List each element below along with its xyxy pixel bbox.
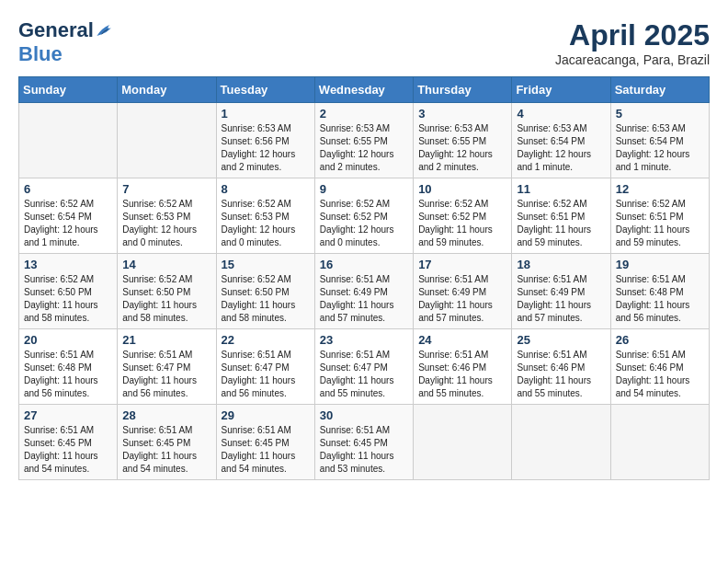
calendar-cell: 4Sunrise: 6:53 AM Sunset: 6:54 PM Daylig… [512, 103, 610, 178]
calendar-cell: 16Sunrise: 6:51 AM Sunset: 6:49 PM Dayli… [314, 254, 413, 329]
calendar-cell [118, 103, 216, 178]
day-number: 28 [122, 408, 210, 422]
day-number: 19 [616, 258, 704, 271]
day-number: 27 [24, 408, 112, 422]
calendar-cell: 1Sunrise: 6:53 AM Sunset: 6:56 PM Daylig… [216, 103, 314, 178]
header-friday: Friday [512, 77, 610, 103]
day-info: Sunrise: 6:53 AM Sunset: 6:54 PM Dayligh… [616, 122, 704, 174]
header-sunday: Sunday [19, 77, 118, 103]
day-number: 2 [320, 107, 408, 121]
day-number: 6 [24, 182, 112, 196]
day-number: 12 [616, 182, 704, 196]
calendar-cell: 2Sunrise: 6:53 AM Sunset: 6:55 PM Daylig… [314, 103, 413, 178]
title-area: April 2025 Jacareacanga, Para, Brazil [555, 18, 710, 67]
day-info: Sunrise: 6:52 AM Sunset: 6:50 PM Dayligh… [222, 273, 310, 325]
day-info: Sunrise: 6:51 AM Sunset: 6:45 PM Dayligh… [320, 424, 408, 476]
day-info: Sunrise: 6:51 AM Sunset: 6:48 PM Dayligh… [616, 273, 704, 325]
header-wednesday: Wednesday [314, 77, 413, 103]
calendar-week-2: 6Sunrise: 6:52 AM Sunset: 6:54 PM Daylig… [19, 178, 710, 254]
calendar-cell: 8Sunrise: 6:52 AM Sunset: 6:53 PM Daylig… [216, 178, 314, 254]
day-number: 11 [517, 182, 605, 196]
calendar-cell [414, 405, 512, 480]
calendar-cell: 28Sunrise: 6:51 AM Sunset: 6:45 PM Dayli… [118, 405, 216, 480]
subtitle: Jacareacanga, Para, Brazil [555, 52, 710, 67]
calendar-week-4: 20Sunrise: 6:51 AM Sunset: 6:48 PM Dayli… [19, 329, 710, 405]
day-number: 26 [616, 333, 704, 347]
calendar-cell: 23Sunrise: 6:51 AM Sunset: 6:47 PM Dayli… [314, 329, 413, 405]
logo-bird-icon [94, 21, 116, 40]
calendar-cell: 12Sunrise: 6:52 AM Sunset: 6:51 PM Dayli… [610, 178, 709, 254]
day-info: Sunrise: 6:52 AM Sunset: 6:52 PM Dayligh… [320, 198, 408, 249]
calendar-cell: 21Sunrise: 6:51 AM Sunset: 6:47 PM Dayli… [118, 329, 216, 405]
calendar-cell: 9Sunrise: 6:52 AM Sunset: 6:52 PM Daylig… [314, 178, 413, 254]
header-thursday: Thursday [414, 77, 512, 103]
day-info: Sunrise: 6:53 AM Sunset: 6:56 PM Dayligh… [222, 122, 310, 174]
calendar-cell: 18Sunrise: 6:51 AM Sunset: 6:49 PM Dayli… [512, 254, 610, 329]
day-info: Sunrise: 6:51 AM Sunset: 6:46 PM Dayligh… [517, 349, 605, 400]
day-info: Sunrise: 6:51 AM Sunset: 6:46 PM Dayligh… [616, 349, 704, 400]
calendar-cell: 20Sunrise: 6:51 AM Sunset: 6:48 PM Dayli… [19, 329, 118, 405]
day-info: Sunrise: 6:51 AM Sunset: 6:49 PM Dayligh… [418, 273, 506, 325]
calendar-cell: 26Sunrise: 6:51 AM Sunset: 6:46 PM Dayli… [610, 329, 709, 405]
day-number: 1 [222, 107, 310, 121]
day-info: Sunrise: 6:52 AM Sunset: 6:53 PM Dayligh… [122, 198, 210, 249]
calendar-cell [610, 405, 709, 480]
day-number: 7 [122, 182, 210, 196]
calendar-cell: 10Sunrise: 6:52 AM Sunset: 6:52 PM Dayli… [414, 178, 512, 254]
calendar-cell: 17Sunrise: 6:51 AM Sunset: 6:49 PM Dayli… [414, 254, 512, 329]
day-info: Sunrise: 6:51 AM Sunset: 6:47 PM Dayligh… [320, 349, 408, 400]
day-info: Sunrise: 6:51 AM Sunset: 6:47 PM Dayligh… [122, 349, 210, 400]
day-number: 21 [122, 333, 210, 347]
calendar-cell: 13Sunrise: 6:52 AM Sunset: 6:50 PM Dayli… [19, 254, 118, 329]
day-number: 9 [320, 182, 408, 196]
calendar-cell: 15Sunrise: 6:52 AM Sunset: 6:50 PM Dayli… [216, 254, 314, 329]
day-info: Sunrise: 6:53 AM Sunset: 6:54 PM Dayligh… [517, 122, 605, 174]
calendar-cell: 6Sunrise: 6:52 AM Sunset: 6:54 PM Daylig… [19, 178, 118, 254]
day-number: 13 [24, 258, 112, 271]
calendar-cell: 22Sunrise: 6:51 AM Sunset: 6:47 PM Dayli… [216, 329, 314, 405]
day-number: 25 [517, 333, 605, 347]
day-info: Sunrise: 6:52 AM Sunset: 6:51 PM Dayligh… [517, 198, 605, 249]
day-info: Sunrise: 6:51 AM Sunset: 6:45 PM Dayligh… [222, 424, 310, 476]
day-info: Sunrise: 6:51 AM Sunset: 6:46 PM Dayligh… [418, 349, 506, 400]
calendar-cell: 24Sunrise: 6:51 AM Sunset: 6:46 PM Dayli… [414, 329, 512, 405]
calendar-cell: 11Sunrise: 6:52 AM Sunset: 6:51 PM Dayli… [512, 178, 610, 254]
day-info: Sunrise: 6:52 AM Sunset: 6:51 PM Dayligh… [616, 198, 704, 249]
day-info: Sunrise: 6:53 AM Sunset: 6:55 PM Dayligh… [418, 122, 506, 174]
calendar-cell: 27Sunrise: 6:51 AM Sunset: 6:45 PM Dayli… [19, 405, 118, 480]
calendar-cell: 29Sunrise: 6:51 AM Sunset: 6:45 PM Dayli… [216, 405, 314, 480]
day-number: 10 [418, 182, 506, 196]
day-info: Sunrise: 6:51 AM Sunset: 6:49 PM Dayligh… [320, 273, 408, 325]
day-info: Sunrise: 6:51 AM Sunset: 6:48 PM Dayligh… [24, 349, 112, 400]
calendar-table: SundayMondayTuesdayWednesdayThursdayFrid… [18, 76, 710, 480]
header-saturday: Saturday [610, 77, 709, 103]
day-info: Sunrise: 6:51 AM Sunset: 6:49 PM Dayligh… [517, 273, 605, 325]
calendar-week-1: 1Sunrise: 6:53 AM Sunset: 6:56 PM Daylig… [19, 103, 710, 178]
logo: General Blue [18, 18, 116, 66]
day-info: Sunrise: 6:53 AM Sunset: 6:55 PM Dayligh… [320, 122, 408, 174]
day-number: 30 [320, 408, 408, 422]
day-number: 8 [222, 182, 310, 196]
calendar-cell [19, 103, 118, 178]
day-number: 3 [418, 107, 506, 121]
calendar-cell: 5Sunrise: 6:53 AM Sunset: 6:54 PM Daylig… [610, 103, 709, 178]
day-info: Sunrise: 6:51 AM Sunset: 6:45 PM Dayligh… [122, 424, 210, 476]
day-info: Sunrise: 6:52 AM Sunset: 6:52 PM Dayligh… [418, 198, 506, 249]
calendar-cell: 19Sunrise: 6:51 AM Sunset: 6:48 PM Dayli… [610, 254, 709, 329]
day-number: 5 [616, 107, 704, 121]
day-info: Sunrise: 6:51 AM Sunset: 6:47 PM Dayligh… [222, 349, 310, 400]
day-number: 17 [418, 258, 506, 271]
calendar-cell: 14Sunrise: 6:52 AM Sunset: 6:50 PM Dayli… [118, 254, 216, 329]
calendar-cell: 30Sunrise: 6:51 AM Sunset: 6:45 PM Dayli… [314, 405, 413, 480]
day-number: 4 [517, 107, 605, 121]
day-info: Sunrise: 6:52 AM Sunset: 6:53 PM Dayligh… [222, 198, 310, 249]
header-tuesday: Tuesday [216, 77, 314, 103]
header-monday: Monday [118, 77, 216, 103]
calendar-cell: 3Sunrise: 6:53 AM Sunset: 6:55 PM Daylig… [414, 103, 512, 178]
day-info: Sunrise: 6:52 AM Sunset: 6:54 PM Dayligh… [24, 198, 112, 249]
day-number: 15 [222, 258, 310, 271]
logo-general-text: General [18, 18, 94, 42]
calendar-cell: 7Sunrise: 6:52 AM Sunset: 6:53 PM Daylig… [118, 178, 216, 254]
month-title: April 2025 [555, 18, 710, 52]
logo-blue-text: Blue [18, 42, 63, 66]
